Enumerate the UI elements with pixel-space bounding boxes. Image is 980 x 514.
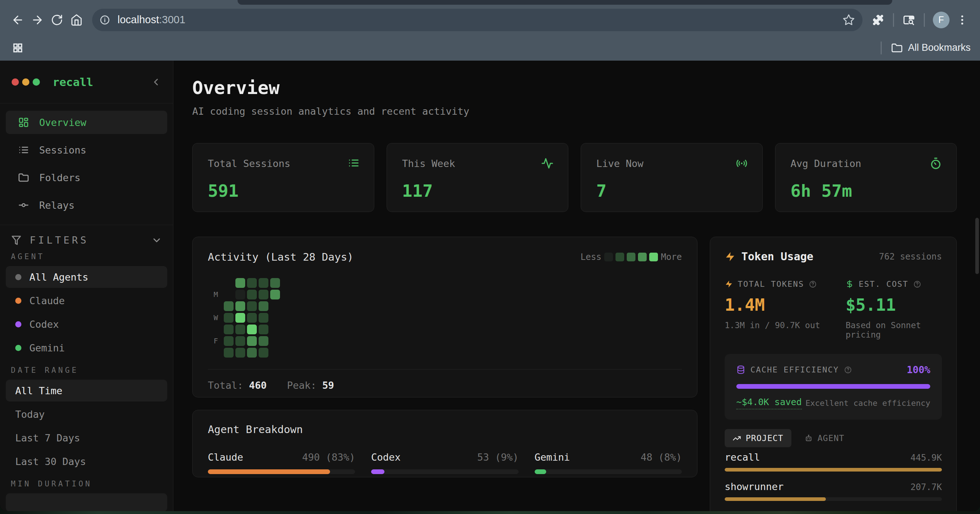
heatmap-legend-swatches bbox=[604, 253, 658, 261]
heatmap-cell[interactable] bbox=[247, 348, 257, 358]
heatmap-cell[interactable] bbox=[235, 278, 245, 288]
reload-button[interactable] bbox=[47, 10, 67, 30]
heatmap-cell[interactable] bbox=[224, 301, 234, 311]
heatmap-cell[interactable] bbox=[247, 336, 257, 346]
token-usage-title: Token Usage bbox=[741, 250, 813, 263]
heatmap-cell[interactable] bbox=[259, 336, 268, 346]
heatmap-cell[interactable] bbox=[224, 348, 234, 358]
tab-groups-grid-icon[interactable] bbox=[8, 38, 27, 58]
site-info-icon[interactable] bbox=[97, 12, 113, 28]
filter-agent-gemini[interactable]: Gemini bbox=[6, 337, 167, 359]
legend-swatch bbox=[627, 253, 635, 261]
heatmap-cell[interactable] bbox=[235, 348, 245, 358]
address-bar[interactable]: localhost:3001 bbox=[92, 9, 862, 31]
profile-avatar[interactable]: F bbox=[933, 12, 950, 28]
filter-option-label: Last 30 Days bbox=[15, 456, 86, 467]
sidebar-collapse-button[interactable] bbox=[151, 77, 161, 88]
total-label: Total: bbox=[208, 380, 243, 391]
filter-option-label: Claude bbox=[29, 295, 65, 306]
project-name: recall bbox=[725, 452, 760, 463]
browser-chrome: localhost:3001 F bbox=[0, 0, 980, 61]
filter-date-last-30-days[interactable]: Last 30 Days bbox=[6, 450, 167, 472]
activity-card: Activity (Last 28 Days) Less More MWF To… bbox=[192, 237, 697, 397]
filter-date-last-7-days[interactable]: Last 7 Days bbox=[6, 427, 167, 449]
total-tokens-label: TOTAL TOKENS bbox=[738, 279, 804, 289]
heatmap-cell[interactable] bbox=[259, 324, 268, 334]
filter-agent-claude[interactable]: Claude bbox=[6, 290, 167, 311]
page-subtitle: AI coding session analytics and recent a… bbox=[192, 105, 957, 117]
filter-agent-codex[interactable]: Codex bbox=[6, 313, 167, 335]
est-cost-label: EST. COST bbox=[859, 279, 908, 289]
agent-bar-fill bbox=[208, 469, 330, 474]
tab-search-icon[interactable] bbox=[899, 10, 919, 30]
agent-name: Codex bbox=[371, 452, 401, 463]
heatmap-cell[interactable] bbox=[247, 301, 257, 311]
dashboard-grid-icon bbox=[18, 117, 29, 128]
activity-pulse-icon bbox=[541, 157, 554, 169]
tab-label: PROJECT bbox=[746, 433, 783, 443]
help-circle-icon[interactable] bbox=[844, 366, 852, 374]
heatmap-cell[interactable] bbox=[259, 301, 268, 311]
sidebar-item-overview[interactable]: Overview bbox=[6, 111, 167, 134]
project-bar-fill bbox=[725, 468, 942, 471]
filter-date-today[interactable]: Today bbox=[6, 403, 167, 425]
cache-saved-amount[interactable]: ~$4.0K saved bbox=[736, 397, 802, 409]
traffic-dot-yellow-icon bbox=[22, 78, 29, 86]
heatmap-legend: Less More bbox=[580, 252, 682, 262]
sidebar-item-label: Sessions bbox=[39, 144, 86, 156]
forward-button[interactable] bbox=[27, 10, 47, 30]
all-bookmarks-button[interactable]: All Bookmarks bbox=[908, 42, 970, 53]
filter-date-all-time[interactable]: All Time bbox=[6, 380, 167, 401]
heatmap-cell[interactable] bbox=[235, 336, 245, 346]
home-button[interactable] bbox=[67, 10, 86, 30]
sidebar-item-folders[interactable]: Folders bbox=[6, 166, 167, 189]
cache-bar-fill bbox=[736, 384, 930, 389]
activity-heatmap: MWF bbox=[208, 277, 682, 358]
heatmap-cell[interactable] bbox=[247, 278, 257, 288]
heatmap-cell[interactable] bbox=[235, 313, 245, 323]
cache-efficiency-label: CACHE EFFICIENCY bbox=[751, 365, 839, 374]
heatmap-cell[interactable] bbox=[247, 290, 257, 300]
heatmap-cell[interactable] bbox=[247, 313, 257, 323]
tab-project[interactable]: PROJECT bbox=[725, 429, 791, 447]
page-scrollbar-thumb[interactable] bbox=[975, 218, 979, 274]
heatmap-cell[interactable] bbox=[259, 278, 268, 288]
help-circle-icon[interactable] bbox=[913, 280, 921, 288]
stat-value: 117 bbox=[402, 181, 553, 201]
heatmap-cell[interactable] bbox=[224, 336, 234, 346]
heatmap-cell[interactable] bbox=[270, 290, 280, 300]
app-title: recall bbox=[52, 75, 93, 89]
agent-bar-track bbox=[208, 469, 355, 474]
back-button[interactable] bbox=[8, 10, 27, 30]
heatmap-cell[interactable] bbox=[247, 324, 257, 334]
sidebar-item-label: Folders bbox=[39, 172, 81, 183]
activity-summary: Total: 460 Peak: 59 bbox=[208, 380, 682, 391]
heatmap-cell[interactable] bbox=[259, 348, 268, 358]
heatmap-cell[interactable] bbox=[259, 290, 268, 300]
total-tokens-value: 1.4M bbox=[725, 295, 835, 315]
stat-label: Avg Duration bbox=[791, 158, 942, 169]
menu-kebab-icon[interactable] bbox=[953, 10, 972, 30]
filter-agent-all[interactable]: All Agents bbox=[6, 266, 167, 288]
help-circle-icon[interactable] bbox=[809, 280, 817, 288]
heatmap-cell[interactable] bbox=[235, 301, 245, 311]
divider bbox=[208, 369, 682, 370]
activity-title: Activity (Last 28 Days) bbox=[208, 251, 354, 263]
agent-bar-fill bbox=[371, 469, 385, 474]
heatmap-cell[interactable] bbox=[224, 313, 234, 323]
heatmap-cell[interactable] bbox=[270, 278, 280, 288]
tab-agent[interactable]: AGENT bbox=[805, 429, 844, 447]
filter-min-duration-select[interactable] bbox=[6, 493, 167, 511]
heatmap-cell[interactable] bbox=[235, 324, 245, 334]
bookmark-star-icon[interactable] bbox=[840, 11, 858, 29]
sidebar-item-relays[interactable]: Relays bbox=[6, 193, 167, 217]
filter-funnel-icon bbox=[11, 235, 22, 246]
sidebar-item-sessions[interactable]: Sessions bbox=[6, 138, 167, 161]
extensions-icon[interactable] bbox=[868, 10, 888, 30]
heatmap-cell[interactable] bbox=[259, 313, 268, 323]
filters-header[interactable]: FILTERS bbox=[0, 225, 173, 246]
heatmap-cell[interactable] bbox=[235, 290, 245, 300]
heatmap-cell[interactable] bbox=[224, 324, 234, 334]
app-root: recall Overview Sessions bbox=[0, 61, 980, 511]
list-icon bbox=[18, 144, 29, 155]
